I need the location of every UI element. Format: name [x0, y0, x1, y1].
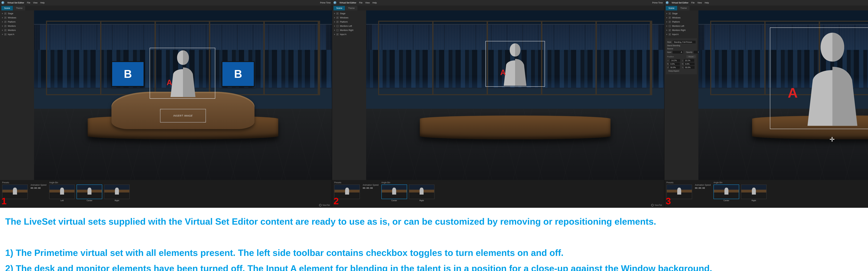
angle-thumb[interactable]: Center [713, 184, 739, 202]
checkbox[interactable] [336, 25, 339, 27]
viewport[interactable]: B A ✛ [699, 10, 868, 180]
sidebar-item[interactable]: Windows [334, 16, 365, 20]
checkbox[interactable] [336, 33, 339, 35]
expand-icon [666, 30, 667, 31]
caption-line-1: 1) The Primetime virtual set with all el… [5, 246, 868, 260]
sidebar-item[interactable]: Stage [666, 12, 697, 15]
caption-intro: The LiveSet virtual sets supplied with t… [5, 215, 868, 228]
position-crosshair-icon[interactable]: ✛ [830, 136, 835, 143]
scene-sidebar: Stage Windows Platform Monitors Monitors… [0, 10, 34, 180]
menu-view[interactable]: View [33, 2, 37, 4]
expand-icon [2, 34, 3, 35]
expand-icon [334, 21, 335, 23]
tab-scene[interactable]: Scene [666, 6, 677, 10]
selection-box[interactable] [150, 48, 215, 99]
sidebar-item[interactable]: Monitors Left [334, 24, 365, 28]
checkbox[interactable] [336, 12, 339, 14]
anglebin-label: Angle Bin [381, 181, 435, 184]
sidebar-item[interactable]: Monitors Left [666, 24, 697, 28]
app-title: Virtual Set Editor [672, 2, 688, 4]
expand-icon [666, 25, 667, 27]
animation-speed: Animation Speed 00:00:00 [363, 181, 378, 206]
checkbox[interactable] [4, 25, 6, 27]
menu-file[interactable]: File [27, 2, 30, 4]
angle-thumb[interactable]: Center [76, 184, 102, 202]
checkbox[interactable] [4, 17, 6, 19]
menubar: Virtual Set Editor File View Help Prime … [0, 0, 332, 5]
menu-help[interactable]: Help [705, 2, 709, 4]
pos-y[interactable]: 10.1% [684, 59, 694, 62]
tab-scene[interactable]: Scene [1, 6, 13, 10]
menu-view[interactable]: View [698, 2, 702, 4]
checkbox[interactable] [669, 29, 671, 31]
selection-box[interactable] [485, 41, 545, 87]
tab-theme[interactable]: Theme [678, 6, 689, 10]
scale-y[interactable]: 50.0% [684, 66, 694, 69]
checkbox[interactable] [336, 21, 339, 23]
menu-view[interactable]: View [365, 2, 370, 4]
sidebar-item[interactable]: Platform [334, 20, 365, 24]
tab-theme[interactable]: Theme [345, 6, 357, 10]
selection-box[interactable] [770, 27, 868, 129]
insert-image-placeholder[interactable]: INSERT IMAGE [160, 109, 206, 122]
angle-thumb[interactable]: Center [381, 184, 407, 202]
sidebar-item[interactable]: Monitors Right [666, 29, 697, 32]
input-a-label: A [788, 85, 798, 101]
presets-label: Presets [666, 181, 692, 184]
angle-thumb[interactable]: Right [741, 184, 767, 202]
sidebar-item[interactable]: Stage [1, 12, 33, 15]
checkbox[interactable] [669, 21, 671, 23]
scene-sidebar: Stage Windows Platform Monitors Left Mon… [332, 10, 366, 180]
angle-thumb[interactable]: Left [49, 184, 75, 202]
tab-scene[interactable]: Scene [334, 6, 345, 10]
viewport[interactable]: B B INSERT IMAGE A [34, 10, 332, 180]
tab-theme[interactable]: Theme [13, 6, 25, 10]
reset-button[interactable]: Reset [686, 55, 695, 58]
expand-icon [334, 13, 335, 14]
checkbox[interactable] [336, 17, 339, 19]
scene-render: A [366, 10, 664, 180]
rot-y[interactable]: 0.0% [684, 63, 694, 65]
sidebar-item[interactable]: Windows [1, 16, 33, 20]
sidebar-item[interactable]: Input A [666, 33, 697, 36]
checkbox[interactable] [669, 17, 671, 19]
input-field[interactable]: A [673, 51, 683, 54]
brand-icon [651, 204, 654, 206]
checkbox[interactable] [669, 33, 671, 35]
expand-icon [666, 17, 667, 19]
expand-icon [334, 17, 335, 19]
sidebar-item[interactable]: Platform [1, 20, 33, 24]
checkbox[interactable] [336, 29, 339, 31]
app-logo-icon [334, 1, 337, 4]
sidebar-item[interactable]: Input A [1, 33, 33, 36]
monitor-right: B [222, 61, 254, 87]
menu-help[interactable]: Help [40, 2, 44, 4]
menu-file[interactable]: File [359, 2, 362, 4]
sidebar-item[interactable]: Platform [666, 20, 697, 24]
angle-thumb[interactable]: Right [104, 184, 130, 202]
sidebar-item[interactable]: Monitors [1, 29, 33, 32]
checkbox[interactable] [669, 12, 671, 14]
checkbox[interactable] [4, 29, 6, 31]
style-select[interactable]: Standing, Full-Person [673, 41, 695, 43]
scene-sidebar: Stage Windows Platform Monitors Left Mon… [664, 10, 699, 180]
checkbox[interactable] [4, 33, 6, 35]
viewport[interactable]: A [366, 10, 664, 180]
rot-x[interactable]: 0.0% [670, 63, 680, 65]
menu-help[interactable]: Help [373, 2, 377, 4]
sidebar-item[interactable]: Monitors Right [334, 29, 365, 32]
checkbox[interactable] [4, 21, 6, 23]
sidebar-tabs: Scene Theme [664, 5, 868, 10]
app-logo-icon [666, 1, 669, 4]
sidebar-item[interactable]: Input A [334, 33, 365, 36]
sidebar-item[interactable]: Windows [666, 16, 697, 20]
checkbox[interactable] [4, 12, 6, 14]
scale-x[interactable]: 50.0% [670, 66, 680, 69]
angle-thumb[interactable]: Right [409, 184, 435, 202]
pos-x[interactable]: -14.2% [670, 59, 680, 62]
sidebar-item[interactable]: Monitors [1, 24, 33, 28]
checkbox[interactable] [669, 25, 671, 27]
brand-icon [319, 204, 321, 206]
sidebar-item[interactable]: Stage [334, 12, 365, 15]
menu-file[interactable]: File [691, 2, 694, 4]
